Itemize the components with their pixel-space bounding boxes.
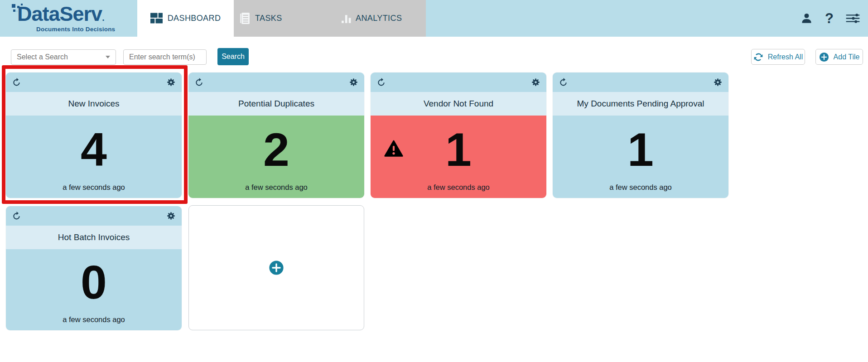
add-tile-button[interactable]: Add Tile <box>815 49 863 65</box>
tile-timestamp: a few seconds ago <box>609 183 672 198</box>
refresh-all-button[interactable]: Refresh All <box>751 49 805 65</box>
chevron-down-icon <box>106 56 110 58</box>
dashboard-grid-icon <box>150 12 163 24</box>
tile-settings-gear-icon[interactable] <box>166 77 176 87</box>
search-input[interactable] <box>123 49 207 65</box>
refresh-all-label: Refresh All <box>768 53 803 61</box>
tile-header <box>371 72 546 92</box>
tile-header <box>188 72 364 92</box>
tile-header <box>553 72 728 92</box>
tile-body: 2 a few seconds ago <box>188 116 364 198</box>
tile-header <box>6 72 182 92</box>
tile-body: 1 a few seconds ago <box>553 116 728 198</box>
refresh-icon <box>753 52 763 62</box>
tile-settings-gear-icon[interactable] <box>713 77 723 87</box>
tile-new-invoices[interactable]: New Invoices 4 a few seconds ago <box>6 72 182 198</box>
tile-my-documents-pending-approval[interactable]: My Documents Pending Approval 1 a few se… <box>553 72 728 198</box>
tile-title: New Invoices <box>6 92 182 116</box>
tile-settings-gear-icon[interactable] <box>349 77 358 87</box>
tab-dashboard[interactable]: DASHBOARD <box>137 0 234 37</box>
app-header: DataServ Documents Into Decisions DASHBO… <box>0 0 868 37</box>
brand-logo: DataServ Documents Into Decisions <box>5 1 136 37</box>
search-type-select[interactable]: Select a Search <box>11 49 116 65</box>
tile-potential-duplicates[interactable]: Potential Duplicates 2 a few seconds ago <box>188 72 364 198</box>
search-button[interactable]: Search <box>217 48 249 65</box>
tab-tasks-label: TASKS <box>255 14 282 23</box>
tab-dashboard-label: DASHBOARD <box>168 14 221 23</box>
tile-timestamp: a few seconds ago <box>63 183 125 198</box>
tile-count: 4 <box>81 116 107 183</box>
tile-refresh-icon[interactable] <box>12 77 21 87</box>
tile-timestamp: a few seconds ago <box>245 183 308 198</box>
brand-tagline: Documents Into Decisions <box>36 26 115 33</box>
brand-name: DataServ <box>17 2 104 26</box>
tab-analytics-label: ANALYTICS <box>356 14 402 23</box>
tile-body: 4 a few seconds ago <box>6 116 182 198</box>
tile-hot-batch-invoices[interactable]: Hot Batch Invoices 0 a few seconds ago <box>6 206 182 330</box>
help-icon[interactable]: ? <box>825 11 834 25</box>
tile-refresh-icon[interactable] <box>12 211 21 221</box>
tasks-document-icon <box>240 12 250 24</box>
tile-timestamp: a few seconds ago <box>63 315 125 330</box>
dataserv-dashboard-app: DataServ Documents Into Decisions DASHBO… <box>0 0 868 362</box>
header-actions: ? <box>800 0 860 37</box>
search-type-select-value: Select a Search <box>17 53 68 61</box>
tile-vendor-not-found[interactable]: Vendor Not Found 1 a few seconds ago <box>371 72 546 198</box>
tile-body: 1 a few seconds ago <box>371 116 546 198</box>
add-tile-plus-icon[interactable] <box>269 260 284 275</box>
tile-title: Vendor Not Found <box>371 92 546 116</box>
tile-settings-gear-icon[interactable] <box>531 77 540 87</box>
tile-board: New Invoices 4 a few seconds ago Potenti… <box>0 72 868 362</box>
tab-tasks[interactable]: TASKS <box>234 0 330 37</box>
add-tile-label: Add Tile <box>834 53 860 61</box>
empty-tile-slot <box>188 205 364 330</box>
tile-count: 1 <box>627 116 654 183</box>
tile-count: 2 <box>263 116 289 183</box>
tile-title: Potential Duplicates <box>188 92 364 116</box>
plus-circle-icon <box>819 52 829 62</box>
search-toolbar: Select a Search Search Refresh All Add T… <box>0 37 868 72</box>
tile-header <box>6 206 182 226</box>
tile-refresh-icon[interactable] <box>559 77 568 87</box>
logo-pixel-decoration <box>12 4 15 8</box>
tile-timestamp: a few seconds ago <box>427 183 490 198</box>
logo-pixel-decoration <box>13 10 15 12</box>
tile-title: My Documents Pending Approval <box>553 92 728 116</box>
tile-refresh-icon[interactable] <box>194 77 204 87</box>
tile-body: 0 a few seconds ago <box>6 249 182 330</box>
tile-settings-gear-icon[interactable] <box>166 211 176 221</box>
user-icon[interactable] <box>800 12 813 24</box>
tile-count: 0 <box>81 249 107 315</box>
tab-analytics[interactable]: ANALYTICS <box>330 0 426 37</box>
analytics-bar-chart-icon <box>342 13 351 24</box>
tile-count: 1 <box>445 116 472 183</box>
inactive-tab-strip: TASKS ANALYTICS <box>234 0 426 37</box>
warning-triangle-icon <box>384 139 403 160</box>
tile-refresh-icon[interactable] <box>376 77 386 87</box>
preferences-sliders-icon[interactable] <box>846 13 860 24</box>
tile-title: Hot Batch Invoices <box>6 226 182 249</box>
